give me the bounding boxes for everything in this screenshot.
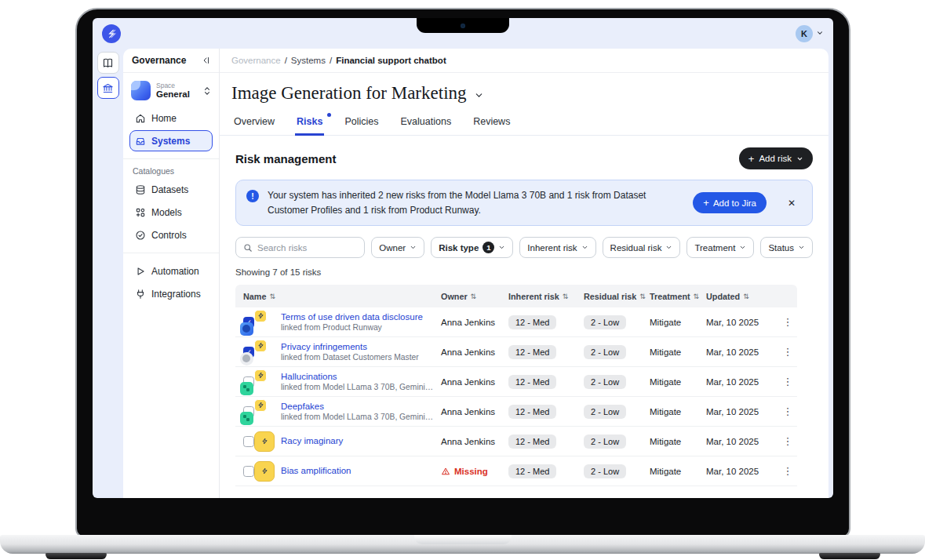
camera-notch [417,18,509,33]
owner-missing: Missing [441,467,504,476]
docs-book-button[interactable] [97,52,119,74]
chevron-down-icon [665,244,672,251]
residual-risk-badge: 2 - Low [584,375,626,389]
chevron-up-down-icon [203,86,211,96]
sidebar-item-label: Systems [151,136,190,147]
owner-name: Anna Jenkins [441,407,495,416]
bank-icon [102,82,114,94]
treatment-value: Mitigate [650,318,706,327]
tab-reviews[interactable]: Reviews [472,112,512,136]
row-menu-button[interactable]: ⋮ [778,465,797,477]
column-header-owner[interactable]: Owner⇅ [441,292,508,301]
residual-risk-badge: 2 - Low [584,435,626,449]
breadcrumb-separator: / [330,56,332,65]
sidebar-item-integrations[interactable]: Integrations [129,283,213,304]
sidebar-item-home[interactable]: Home [129,107,213,129]
table-row: Bias amplificationMissing12 - Med2 - Low… [235,456,797,486]
search-box[interactable] [235,237,365,258]
table-body: ✓Terms of use driven data disclosurelink… [235,307,797,486]
updated-date: Mar, 10 2025 [706,318,778,327]
sidebar-item-models[interactable]: Models [129,202,213,223]
row-menu-button[interactable]: ⋮ [778,376,797,387]
tab-policies[interactable]: Policies [343,112,380,136]
sidebar-item-systems[interactable]: Systems [129,130,213,151]
close-icon[interactable]: ✕ [788,198,796,209]
table-header: Name⇅ Owner⇅ Inherent risk⇅ Residual ris… [235,285,797,307]
sidebar-item-automation[interactable]: Automation [129,260,213,282]
row-checkbox[interactable] [243,466,254,477]
chevron-down-icon[interactable] [816,28,824,39]
camera-icon [461,24,465,28]
breadcrumb-item[interactable]: Systems [291,56,326,65]
column-header-inherent[interactable]: Inherent risk⇅ [508,292,584,301]
risk-name-link[interactable]: Racy imaginary [281,435,435,447]
sort-icon: ⇅ [743,293,749,300]
inherent-risk-badge: 12 - Med [508,315,556,329]
space-label: Space [156,82,190,89]
column-header-name[interactable]: Name⇅ [235,292,441,301]
filter-status[interactable]: Status [760,237,813,258]
icon-rail [93,49,123,498]
risk-name-link[interactable]: Deepfakes [281,401,435,413]
row-menu-button[interactable]: ⋮ [778,435,797,447]
chevron-down-icon [798,244,805,251]
risk-name-link[interactable]: Hallucinations [281,371,435,383]
sidebar-item-label: Integrations [151,289,201,300]
inherent-risk-badge: 12 - Med [508,405,556,419]
lightning-icon [257,312,264,319]
treatment-value: Mitigate [650,407,706,416]
add-to-jira-button[interactable]: + Add to Jira [693,192,767,213]
updated-date: Mar, 10 2025 [706,437,778,446]
filter-residual-risk[interactable]: Residual risk [603,237,681,258]
laptop-foot [46,553,107,559]
column-header-updated[interactable]: Updated⇅ [706,292,778,301]
sidebar-item-datasets[interactable]: Datasets [129,179,213,200]
sidebar-item-label: Models [151,207,182,218]
filter-inherent-risk[interactable]: Inherent risk [519,237,595,258]
title-chevron-down-icon[interactable] [474,90,484,100]
plus-icon: + [748,154,755,164]
treatment-value: Mitigate [650,347,706,357]
row-menu-button[interactable]: ⋮ [778,346,797,358]
filter-risk-type[interactable]: Risk type 1 [431,237,513,258]
book-icon [102,57,114,69]
tab-risks[interactable]: Risks [295,112,324,136]
sidebar-item-controls[interactable]: Controls [129,224,213,245]
updated-date: Mar, 10 2025 [706,407,778,416]
risk-linked-from: linked from Model LLama 3 70B, Gemini-mi… [281,382,435,392]
play-icon [135,266,146,277]
avatar[interactable]: K [796,25,813,42]
filter-owner[interactable]: Owner [371,237,424,258]
row-menu-button[interactable]: ⋮ [778,405,797,417]
owner-name: Anna Jenkins [441,318,495,327]
collapse-sidebar-icon[interactable] [201,56,210,65]
row-menu-button[interactable]: ⋮ [778,316,797,328]
inherent-risk-badge: 12 - Med [508,435,556,449]
risk-linked-from: linked from Product Runway [281,322,435,333]
add-risk-button[interactable]: + Add risk [739,147,813,169]
residual-risk-badge: 2 - Low [584,345,626,359]
tab-evaluations[interactable]: Evaluations [399,112,453,136]
column-header-residual[interactable]: Residual risk⇅ [584,292,650,301]
risk-linked-from: linked from Dataset Customers Master [281,352,435,362]
sort-icon: ⇅ [563,293,569,300]
filter-treatment[interactable]: Treatment [686,237,754,258]
breadcrumb-separator: / [285,56,287,65]
home-icon [135,113,146,124]
column-header-treatment[interactable]: Treatment⇅ [650,292,706,301]
treatment-value: Mitigate [650,377,706,387]
lightning-icon [261,438,268,445]
governance-workspace-button[interactable] [97,77,119,99]
brand-logo-icon[interactable] [102,24,121,43]
chevron-down-icon [410,244,417,251]
table-row: ✓Privacy infringementslinked from Datase… [235,337,797,367]
breadcrumb-item[interactable]: Governance [231,56,281,65]
row-checkbox[interactable] [243,436,254,447]
search-input[interactable] [257,243,357,253]
space-selector[interactable]: Space General [123,73,219,107]
risk-name-link[interactable]: Privacy infringements [281,341,435,353]
plus-icon: + [703,198,709,208]
risk-name-link[interactable]: Bias amplification [281,465,435,477]
risk-name-link[interactable]: Terms of use driven data disclosure [281,311,435,323]
tab-overview[interactable]: Overview [232,112,276,136]
